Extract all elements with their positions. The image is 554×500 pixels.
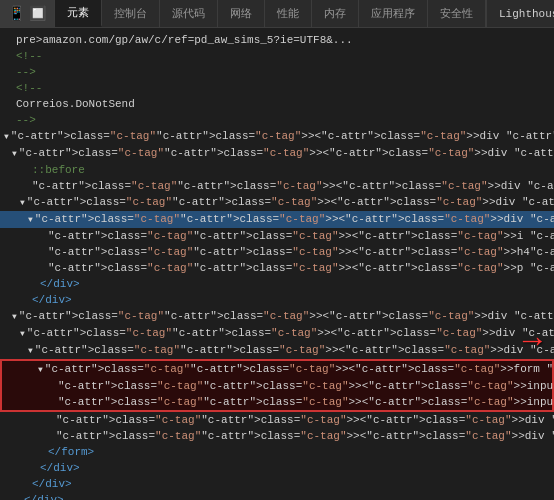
collapse-triangle[interactable] <box>12 310 19 322</box>
code-area[interactable]: pre>amazon.com/gp/aw/c/ref=pd_aw_sims_5?… <box>0 28 554 500</box>
tab-memory[interactable]: 内存 <box>312 0 359 27</box>
code-line[interactable]: </form> <box>0 444 554 460</box>
code-line[interactable]: "c-attr">class="c-tag""c-attr">class="c-… <box>0 228 554 244</box>
code-line[interactable]: "c-attr">class="c-tag""c-attr">class="c-… <box>0 428 554 444</box>
tab-network[interactable]: 网络 <box>218 0 265 27</box>
code-line[interactable]: </div> <box>0 460 554 476</box>
tab-security-label: 安全性 <box>440 6 473 21</box>
code-line[interactable]: "c-attr">class="c-tag""c-attr">class="c-… <box>0 325 554 342</box>
code-line[interactable]: "c-attr">class="c-tag""c-attr">class="c-… <box>0 342 554 359</box>
tab-lighthouse[interactable]: Lighthouse <box>486 0 554 27</box>
code-line[interactable]: "c-attr">class="c-tag""c-attr">class="c-… <box>0 194 554 211</box>
tab-console-label: 控制台 <box>114 6 147 21</box>
tab-sources-label: 源代码 <box>172 6 205 21</box>
code-line[interactable]: "c-attr">class="c-tag""c-attr">class="c-… <box>0 211 554 228</box>
tab-performance[interactable]: 性能 <box>265 0 312 27</box>
collapse-triangle[interactable] <box>38 363 45 375</box>
tab-application-label: 应用程序 <box>371 6 415 21</box>
tab-elements-label: 元素 <box>67 5 89 20</box>
collapse-triangle[interactable] <box>28 213 35 225</box>
device-icon: 📱 <box>8 5 25 22</box>
code-line[interactable]: "c-attr">class="c-tag""c-attr">class="c-… <box>0 378 554 394</box>
code-line[interactable]: Correios.DoNotSend <box>0 96 554 112</box>
collapse-triangle[interactable] <box>4 130 11 142</box>
code-line[interactable]: "c-attr">class="c-tag""c-attr">class="c-… <box>0 359 554 378</box>
code-line[interactable]: --> <box>0 112 554 128</box>
tab-performance-label: 性能 <box>277 6 299 21</box>
code-line[interactable]: </div> <box>0 492 554 500</box>
code-line[interactable]: <!-- <box>0 80 554 96</box>
code-line[interactable]: "c-attr">class="c-tag""c-attr">class="c-… <box>0 308 554 325</box>
collapse-triangle[interactable] <box>20 196 27 208</box>
main-content: pre>amazon.com/gp/aw/c/ref=pd_aw_sims_5?… <box>0 28 554 500</box>
code-line[interactable]: </div> <box>0 292 554 308</box>
tab-network-label: 网络 <box>230 6 252 21</box>
tab-device-icons[interactable]: 📱 🔲 <box>0 0 55 27</box>
collapse-triangle[interactable] <box>20 327 27 339</box>
code-line[interactable]: "c-attr">class="c-tag""c-attr">class="c-… <box>0 178 554 194</box>
code-line[interactable]: </div> <box>0 276 554 292</box>
code-line[interactable]: "c-attr">class="c-tag""c-attr">class="c-… <box>0 244 554 260</box>
code-line[interactable]: ::before <box>0 162 554 178</box>
inspect-icon: 🔲 <box>29 5 46 22</box>
tab-security[interactable]: 安全性 <box>428 0 486 27</box>
tab-elements[interactable]: 元素 <box>55 0 102 27</box>
code-line[interactable]: <!-- <box>0 48 554 64</box>
tab-console[interactable]: 控制台 <box>102 0 160 27</box>
code-line[interactable]: "c-attr">class="c-tag""c-attr">class="c-… <box>0 128 554 145</box>
tab-application[interactable]: 应用程序 <box>359 0 428 27</box>
collapse-triangle[interactable] <box>28 344 35 356</box>
code-line[interactable]: "c-attr">class="c-tag""c-attr">class="c-… <box>0 260 554 276</box>
tab-sources[interactable]: 源代码 <box>160 0 218 27</box>
code-line[interactable]: "c-attr">class="c-tag""c-attr">class="c-… <box>0 412 554 428</box>
code-line[interactable]: </div> <box>0 476 554 492</box>
tab-bar: 📱 🔲 元素 控制台 源代码 网络 性能 内存 应用程序 安全性 Lightho… <box>0 0 554 28</box>
code-line[interactable]: pre>amazon.com/gp/aw/c/ref=pd_aw_sims_5?… <box>0 32 554 48</box>
code-line[interactable]: "c-attr">class="c-tag""c-attr">class="c-… <box>0 145 554 162</box>
code-line[interactable]: --> <box>0 64 554 80</box>
tab-memory-label: 内存 <box>324 6 346 21</box>
tab-lighthouse-label: Lighthouse <box>499 8 554 20</box>
code-line[interactable]: "c-attr">class="c-tag""c-attr">class="c-… <box>0 394 554 412</box>
collapse-triangle[interactable] <box>12 147 19 159</box>
